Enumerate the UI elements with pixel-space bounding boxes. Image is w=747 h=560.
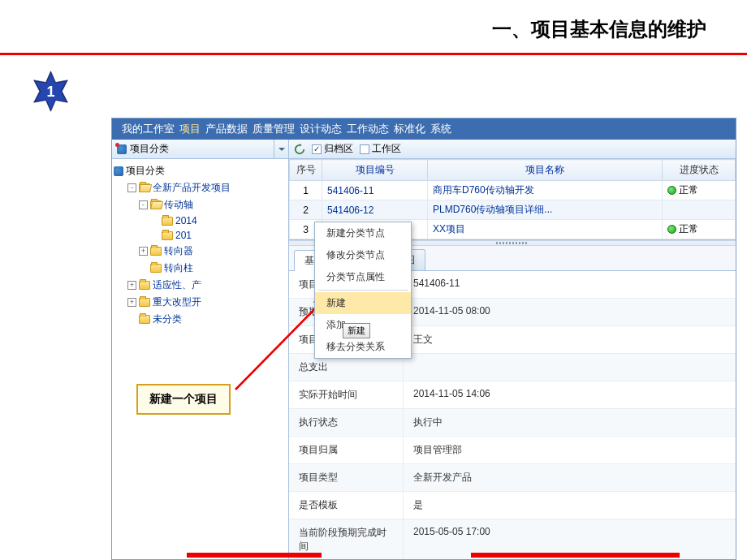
sidebar-header-label: 项目分类: [130, 142, 169, 156]
cell-name: 商用车D760传动轴开发: [428, 181, 663, 200]
detail-row: 是否模板 是: [289, 492, 736, 519]
folder-icon: [139, 298, 150, 307]
menu-project[interactable]: 项目: [178, 122, 202, 136]
new-floating-button[interactable]: 新建: [343, 323, 370, 338]
menu-standard[interactable]: 标准化: [392, 122, 427, 136]
context-menu-item[interactable]: 新建: [315, 292, 411, 314]
tree-item[interactable]: 201: [114, 228, 287, 243]
work-checkbox[interactable]: 工作区: [360, 142, 401, 156]
tree-item[interactable]: -传动轴: [114, 196, 287, 213]
table-header-row: 序号 项目编号 项目名称 进度状态: [290, 160, 736, 181]
tree-item[interactable]: 未分类: [114, 311, 287, 328]
tree-item[interactable]: -全新产品开发项目: [114, 179, 287, 196]
tree-item[interactable]: +适应性、产: [114, 277, 287, 294]
menu-work[interactable]: 工作动态: [345, 122, 391, 136]
menu-product-data[interactable]: 产品数据: [204, 122, 249, 136]
detail-row: 项目类型 全新开发产品: [289, 464, 736, 492]
detail-label: 实际开始时间: [289, 381, 403, 408]
detail-label: 项目归属: [289, 437, 403, 463]
detail-value: 是: [403, 492, 736, 519]
col-code-header[interactable]: 项目编号: [322, 160, 428, 181]
col-num-header[interactable]: 序号: [290, 160, 322, 181]
detail-value: [403, 354, 736, 381]
detail-label: 执行状态: [289, 409, 403, 436]
tree-label: 适应性、产: [153, 278, 201, 292]
folder-icon: [139, 281, 150, 290]
tree-toggle-icon[interactable]: +: [139, 247, 148, 256]
detail-row: 项目归属 项目管理部: [289, 437, 736, 464]
col-name-header[interactable]: 项目名称: [428, 160, 663, 181]
tree-toggle-icon[interactable]: +: [127, 281, 136, 290]
detail-value: 项目管理部: [403, 437, 736, 463]
menu-design[interactable]: 设计动态: [298, 122, 343, 136]
cell-name: PLMD760传动轴项目详细...: [428, 200, 663, 220]
bottom-decoration: [0, 550, 747, 560]
tree-label: 传动轴: [164, 198, 193, 212]
step-badge: 1: [28, 69, 73, 114]
title-underline: [0, 53, 747, 55]
category-icon: [114, 166, 123, 176]
sidebar-dropdown-button[interactable]: [274, 140, 288, 158]
table-row[interactable]: 1 541406-11 商用车D760传动轴开发 正常: [290, 181, 736, 200]
cell-code: 541406-11: [322, 181, 428, 200]
tree-label: 未分类: [153, 312, 182, 326]
svg-marker-2: [300, 144, 302, 147]
table-row[interactable]: 2 541406-12 PLMD760传动轴项目详细...: [290, 200, 736, 220]
detail-value: 全新开发产品: [403, 464, 736, 491]
refresh-icon[interactable]: [294, 144, 305, 155]
col-status-header[interactable]: 进度状态: [663, 160, 736, 181]
tree-item[interactable]: 2014: [114, 213, 287, 228]
tree: 项目分类 -全新产品开发项目-传动轴2014201+转向器转向柱+适应性、产+重…: [112, 159, 288, 559]
context-menu-item[interactable]: 新建分类节点: [315, 222, 411, 244]
cell-status: 正常: [663, 181, 736, 200]
tree-label: 转向柱: [164, 261, 193, 275]
context-menu-item[interactable]: 分类节点属性: [315, 266, 411, 288]
category-icon: [117, 144, 127, 154]
callout-new-project: 新建一个项目: [136, 384, 231, 415]
tree-label: 2014: [175, 215, 197, 226]
cell-code: 541406-12: [322, 200, 428, 220]
folder-icon: [139, 183, 150, 192]
tree-label: 201: [175, 230, 192, 241]
detail-row: 执行状态 执行中: [289, 409, 736, 437]
checkbox-box: ✓: [312, 144, 322, 154]
tree-label: 重大改型开: [153, 295, 201, 309]
detail-value: 执行中: [403, 409, 736, 436]
tree-toggle-icon[interactable]: -: [127, 183, 136, 192]
tree-toggle-icon[interactable]: -: [139, 200, 148, 209]
tree-root[interactable]: 项目分类: [114, 162, 287, 179]
menu-quality[interactable]: 质量管理: [251, 122, 296, 136]
archive-checkbox[interactable]: ✓ 归档区: [312, 142, 353, 156]
context-menu-item[interactable]: 修改分类节点: [315, 244, 411, 266]
work-label: 工作区: [372, 142, 401, 156]
folder-icon: [150, 247, 162, 256]
folder-icon: [162, 231, 173, 240]
filter-bar: ✓ 归档区 工作区: [289, 140, 736, 159]
menu-workspace[interactable]: 我的工作室: [120, 122, 176, 136]
cell-name: XX项目: [428, 220, 663, 239]
cell-status: [663, 200, 736, 220]
tree-item[interactable]: +转向器: [114, 243, 287, 260]
detail-value: 541406-11: [403, 271, 736, 298]
tree-toggle-icon[interactable]: +: [127, 298, 136, 307]
app-window: 我的工作室 项目 产品数据 质量管理 设计动态 工作动态 标准化 系统 项目分类…: [111, 118, 736, 560]
cell-num: 1: [290, 181, 322, 200]
tree-item[interactable]: +重大改型开: [114, 294, 287, 311]
status-dot-icon: [667, 186, 676, 195]
cell-num: 2: [290, 200, 322, 220]
checkbox-box: [360, 144, 369, 154]
folder-icon: [150, 264, 162, 273]
context-menu-item[interactable]: 移去分类关系: [315, 336, 411, 358]
sidebar-header[interactable]: 项目分类: [112, 140, 288, 159]
detail-label: 是否模板: [289, 492, 403, 519]
detail-value: 2014-11-05 14:06: [403, 381, 736, 408]
app-body: 项目分类 项目分类 -全新产品开发项目-传动轴2014201+转向器转向柱+适应…: [112, 140, 736, 559]
detail-label: 项目类型: [289, 464, 403, 491]
badge-number: 1: [46, 83, 54, 100]
detail-row: 实际开始时间 2014-11-05 14:06: [289, 381, 736, 409]
menubar: 我的工作室 项目 产品数据 质量管理 设计动态 工作动态 标准化 系统: [112, 118, 736, 140]
tree-root-label: 项目分类: [126, 164, 165, 178]
folder-icon: [150, 200, 162, 209]
menu-system[interactable]: 系统: [429, 122, 453, 136]
tree-item[interactable]: 转向柱: [114, 260, 287, 277]
